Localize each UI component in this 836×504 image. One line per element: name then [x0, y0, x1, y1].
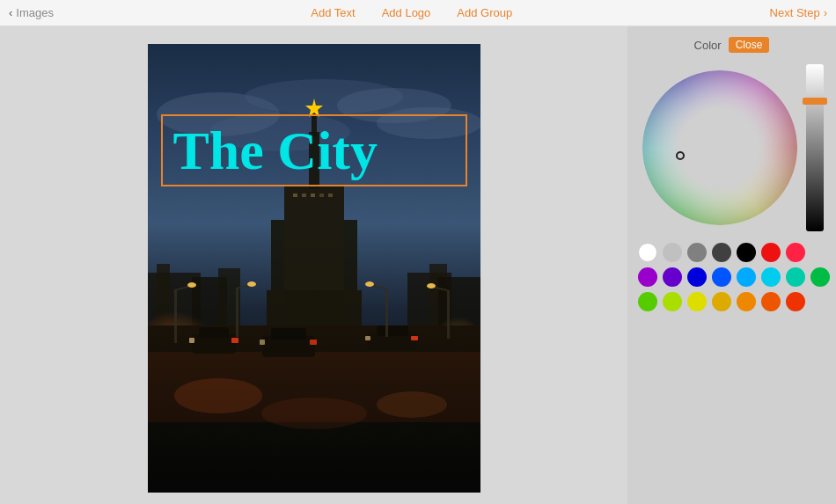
- topbar-right: Next Step ›: [770, 6, 827, 19]
- overlay-text-content: The City: [173, 121, 378, 180]
- swatch-purple2[interactable]: [663, 267, 682, 287]
- swatch-green1[interactable]: [810, 267, 830, 287]
- svg-rect-44: [365, 336, 370, 340]
- canvas-area: The City: [0, 26, 627, 504]
- swatch-yellow-green[interactable]: [663, 292, 682, 311]
- color-panel-close-button[interactable]: Close: [729, 37, 770, 53]
- svg-rect-54: [447, 290, 450, 339]
- swatch-orange1[interactable]: [737, 292, 756, 311]
- swatch-hot-red[interactable]: [786, 243, 805, 262]
- add-logo-button[interactable]: Add Logo: [382, 6, 431, 19]
- swatch-white[interactable]: [638, 243, 657, 262]
- color-picker-dot: [676, 151, 685, 160]
- main-area: The City Color Close: [0, 26, 836, 504]
- svg-rect-42: [377, 325, 408, 336]
- swatch-orange3[interactable]: [786, 292, 805, 311]
- color-swatches-panel: [627, 236, 836, 318]
- svg-rect-48: [236, 289, 238, 337]
- svg-point-47: [187, 282, 196, 288]
- swatch-black[interactable]: [737, 243, 756, 262]
- svg-rect-25: [328, 194, 333, 197]
- swatch-gold[interactable]: [712, 292, 731, 311]
- add-group-button[interactable]: Add Group: [457, 6, 512, 19]
- color-panel-header: Color Close: [627, 26, 836, 60]
- swatch-cyan2[interactable]: [761, 267, 781, 287]
- svg-rect-24: [319, 194, 324, 197]
- add-text-button[interactable]: Add Text: [311, 6, 355, 19]
- color-panel-label: Color: [694, 39, 722, 52]
- svg-rect-45: [174, 290, 177, 343]
- svg-rect-35: [231, 338, 238, 343]
- svg-rect-14: [271, 220, 284, 290]
- svg-rect-23: [311, 194, 315, 197]
- color-wheel-container: [627, 60, 836, 236]
- topbar: ‹ Images Add Text Add Logo Add Group Nex…: [0, 0, 836, 26]
- swatch-gray3[interactable]: [712, 243, 731, 262]
- next-step-button[interactable]: Next Step: [770, 6, 820, 19]
- swatch-row-1: [638, 243, 825, 262]
- topbar-left: ‹ Images: [9, 6, 54, 19]
- svg-rect-38: [271, 328, 306, 340]
- svg-point-53: [365, 281, 374, 287]
- svg-point-56: [427, 283, 436, 289]
- svg-rect-15: [344, 220, 357, 290]
- brightness-slider[interactable]: [806, 64, 824, 231]
- swatch-row-2: [638, 267, 825, 287]
- color-wheel-canvas[interactable]: [641, 69, 799, 227]
- swatch-yellow[interactable]: [687, 292, 707, 311]
- svg-point-30: [174, 378, 262, 413]
- swatch-red[interactable]: [761, 243, 781, 262]
- swatch-cyan1[interactable]: [737, 267, 756, 287]
- svg-point-31: [377, 391, 447, 418]
- swatch-orange2[interactable]: [761, 292, 781, 311]
- svg-rect-40: [260, 340, 265, 345]
- image-container: The City: [148, 44, 480, 493]
- brightness-slider-handle[interactable]: [803, 98, 827, 105]
- topbar-center: Add Text Add Logo Add Group: [311, 6, 512, 19]
- swatch-teal[interactable]: [786, 267, 805, 287]
- swatch-blue2[interactable]: [712, 267, 731, 287]
- next-arrow-icon: ›: [824, 6, 827, 19]
- swatch-row-3: [638, 292, 825, 311]
- swatch-green2[interactable]: [638, 292, 657, 311]
- svg-rect-21: [293, 194, 297, 197]
- svg-rect-51: [385, 289, 388, 337]
- back-images-link[interactable]: Images: [16, 6, 54, 19]
- swatch-blue1[interactable]: [687, 267, 707, 287]
- svg-rect-22: [302, 194, 306, 197]
- svg-rect-36: [189, 338, 194, 343]
- color-panel: Color Close: [627, 26, 836, 504]
- svg-point-32: [261, 398, 367, 429]
- svg-rect-39: [310, 340, 317, 345]
- svg-rect-34: [199, 327, 229, 338]
- svg-rect-43: [411, 336, 418, 340]
- color-wheel[interactable]: [641, 69, 799, 227]
- back-arrow-icon: ‹: [9, 6, 12, 19]
- swatch-gray1[interactable]: [663, 243, 682, 262]
- text-overlay-box[interactable]: The City: [161, 114, 467, 186]
- svg-point-50: [247, 281, 256, 287]
- swatch-purple1[interactable]: [638, 267, 657, 287]
- city-image: [148, 44, 480, 493]
- swatch-gray2[interactable]: [687, 243, 707, 262]
